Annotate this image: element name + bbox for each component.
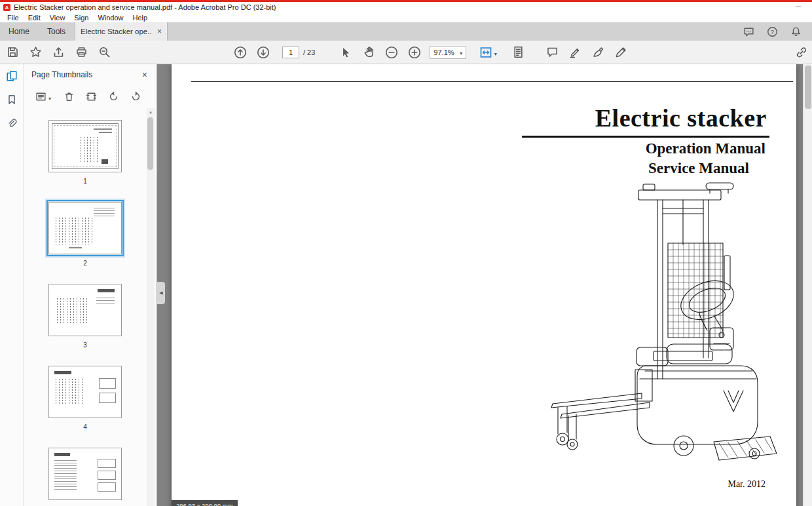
scroll-up-icon[interactable] — [147, 108, 155, 116]
fill-sign-icon[interactable] — [614, 45, 628, 60]
menubar: File Edit View Sign Window Help — [0, 12, 812, 22]
page-fit-dropdown-icon[interactable] — [477, 45, 499, 60]
thumbnail-page-5[interactable]: 5 — [43, 448, 128, 506]
search-zoom-icon[interactable] — [97, 45, 111, 60]
link-share-icon[interactable] — [794, 45, 809, 60]
acrobat-app-icon: A — [3, 4, 10, 11]
chevron-down-icon — [46, 91, 51, 103]
page-scrolling-icon[interactable] — [511, 45, 525, 60]
menu-edit[interactable]: Edit — [24, 14, 45, 22]
document-scrollbar[interactable] — [803, 64, 812, 506]
navigation-rail — [0, 64, 24, 506]
close-panel-icon[interactable] — [142, 69, 147, 80]
window-title: Electric Stacker operation and service m… — [14, 3, 276, 11]
minimize-button[interactable] — [791, 2, 805, 11]
sign-pen-icon[interactable] — [591, 45, 605, 60]
document-date: Mar. 2012 — [728, 479, 766, 490]
hand-tool-icon[interactable] — [361, 45, 376, 60]
menu-window[interactable]: Window — [93, 14, 128, 22]
next-page-icon[interactable] — [256, 45, 270, 60]
document-scrollbar-thumb[interactable] — [805, 66, 811, 109]
thumbnail-page-number: 4 — [43, 423, 128, 431]
electric-stacker-illustration — [538, 182, 781, 471]
panel-scrollbar[interactable] — [147, 108, 155, 506]
thumbnail-options-icon[interactable] — [33, 90, 54, 104]
highlighter-icon[interactable] — [568, 45, 582, 60]
chevron-down-icon — [492, 47, 497, 58]
tab-bar: Home Tools Electric Stacker ope... — [0, 22, 812, 41]
thumbnail-preview — [48, 448, 122, 500]
menu-file[interactable]: File — [3, 14, 24, 22]
thumbnail-preview — [48, 120, 122, 172]
help-icon[interactable]: ? — [765, 24, 779, 39]
share-upload-icon[interactable] — [51, 45, 65, 60]
chevron-down-icon — [458, 49, 462, 56]
panel-scrollbar-thumb[interactable] — [147, 117, 153, 170]
thumbnail-page-1[interactable]: 1 — [43, 120, 128, 185]
document-subtitle-2: Service Manual — [648, 160, 749, 177]
thumbnail-preview-selected — [48, 202, 122, 254]
titlebar: A Electric Stacker operation and service… — [0, 2, 812, 12]
save-icon[interactable] — [5, 45, 20, 60]
tab-document[interactable]: Electric Stacker ope... — [75, 22, 168, 41]
thumbnail-page-2[interactable]: 2 — [43, 202, 128, 267]
comment-icon[interactable] — [545, 45, 559, 60]
thumbnail-page-number: 3 — [43, 341, 128, 349]
panel-title: Page Thumbnails — [31, 70, 92, 79]
page-number-input[interactable] — [282, 47, 299, 58]
svg-text:?: ? — [770, 28, 773, 35]
bell-icon[interactable] — [788, 24, 803, 39]
thumbnail-page-number: 2 — [43, 260, 128, 267]
select-tool-icon[interactable] — [339, 45, 353, 60]
thumbnail-page-number: 1 — [43, 178, 128, 185]
zoom-level-dropdown[interactable]: 97.1% — [430, 46, 466, 59]
document-subtitle-1: Operation Manual — [646, 140, 766, 157]
pdf-page: Electric stacker Operation Manual Servic… — [172, 64, 796, 506]
bookmarks-panel-icon[interactable] — [0, 88, 24, 111]
print-icon[interactable] — [74, 45, 88, 60]
menu-help[interactable]: Help — [128, 14, 153, 22]
thumbnail-page-4[interactable]: 4 — [43, 366, 128, 431]
page-size-badge: 296.93 x 209.90 mm — [172, 500, 238, 506]
page-thumbnails-panel: Page Thumbnails — [24, 64, 157, 506]
document-title: Electric stacker — [595, 104, 767, 132]
document-tab-label: Electric Stacker ope... — [81, 28, 152, 35]
panel-toolbar — [24, 85, 157, 108]
thumbnail-preview — [48, 284, 122, 336]
header-rule — [191, 81, 793, 82]
thumbnail-preview — [48, 366, 122, 418]
menu-sign[interactable]: Sign — [69, 14, 93, 22]
page-count-label: / 23 — [303, 49, 315, 56]
zoom-in-icon[interactable] — [407, 45, 422, 60]
attachments-panel-icon[interactable] — [0, 111, 24, 135]
title-underline — [522, 136, 769, 138]
rotate-clockwise-icon[interactable] — [128, 90, 143, 104]
resize-thumbnails-icon[interactable] — [84, 90, 98, 104]
tab-tools[interactable]: Tools — [38, 22, 75, 41]
tab-home[interactable]: Home — [0, 22, 38, 41]
zoom-out-icon[interactable] — [384, 45, 399, 60]
document-view: Electric stacker Operation Manual Servic… — [157, 64, 812, 506]
thumbnail-list: 1 2 3 — [24, 108, 147, 506]
favorites-star-icon[interactable] — [28, 45, 43, 60]
rotate-counterclockwise-icon[interactable] — [106, 90, 120, 104]
delete-pages-icon[interactable] — [62, 90, 76, 104]
menu-view[interactable]: View — [45, 14, 70, 22]
zoom-level-value: 97.1% — [434, 49, 454, 56]
close-tab-icon[interactable] — [157, 28, 162, 35]
collapse-panel-handle[interactable] — [157, 282, 165, 304]
content-area: Page Thumbnails — [0, 64, 812, 506]
notifications-comments-icon[interactable] — [741, 24, 756, 39]
previous-page-icon[interactable] — [233, 45, 248, 60]
page-thumbnails-panel-icon[interactable] — [0, 64, 24, 88]
thumbnail-page-3[interactable]: 3 — [43, 284, 128, 349]
